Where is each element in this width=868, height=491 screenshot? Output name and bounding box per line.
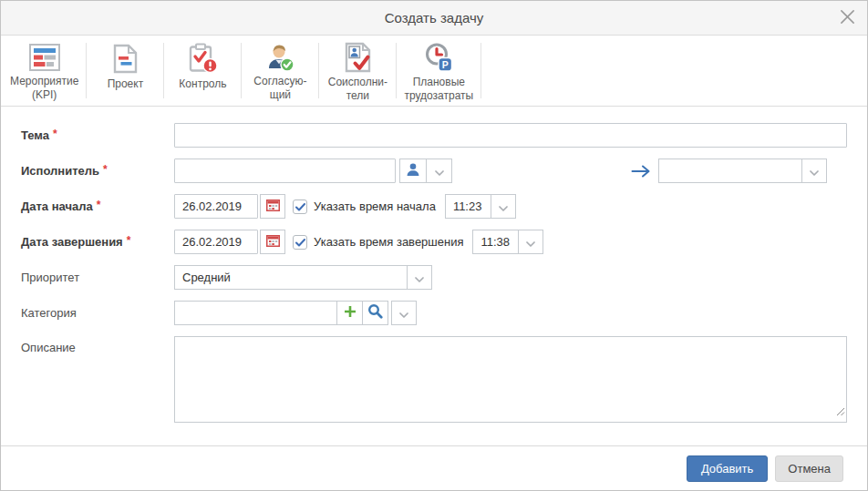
end-time-checkbox-label: Указать время завершения: [314, 235, 463, 249]
chevron-down-icon: [526, 234, 535, 251]
delegate-dropdown-button[interactable]: [801, 159, 826, 182]
category-add-button[interactable]: [336, 302, 362, 324]
start-time-checkbox[interactable]: [293, 199, 307, 214]
toolbar-label: Согласую- щий: [253, 75, 306, 102]
start-time-input[interactable]: 11:23: [446, 195, 491, 218]
category-group: [174, 301, 388, 325]
toolbar-label: Соисполни- тели: [328, 76, 388, 103]
dialog-titlebar: Создать задачу: [1, 1, 867, 36]
task-form: Тема* Исполнитель*: [1, 107, 867, 445]
dialog-toolbar: Мероприятие (KPI) Проект: [1, 36, 867, 107]
theme-label: Тема*: [21, 128, 174, 142]
priority-label: Приоритет: [21, 271, 174, 284]
clock-badge-letter: P: [442, 59, 449, 70]
cancel-button[interactable]: Отмена: [775, 455, 843, 482]
required-marker: *: [103, 163, 108, 176]
assignee-dropdown-button[interactable]: [426, 159, 451, 182]
category-label: Категория: [21, 306, 174, 320]
required-marker: *: [127, 234, 131, 247]
planned-effort-clock-icon: P: [423, 42, 454, 73]
toolbar-item-control[interactable]: Контроль: [164, 36, 241, 106]
assignee-label: Исполнитель*: [21, 164, 174, 178]
toolbar-item-project[interactable]: Проект: [87, 36, 163, 106]
toolbar-item-coexecutors[interactable]: Соисполни- тели: [319, 36, 396, 106]
description-row: Описание: [21, 336, 847, 423]
chevron-down-icon: [399, 305, 408, 322]
end-date-input[interactable]: [174, 230, 258, 254]
calendar-icon: [266, 234, 280, 251]
end-date-row: Дата завершения*: [21, 230, 847, 254]
chevron-down-icon: [810, 163, 819, 179]
start-date-calendar-button[interactable]: [260, 194, 285, 219]
toolbar-separator: [480, 43, 481, 98]
theme-input[interactable]: [174, 123, 847, 148]
assignee-buttons: [399, 159, 452, 183]
end-time-dropdown-button[interactable]: [518, 230, 542, 253]
close-button[interactable]: [838, 9, 856, 27]
end-time-input[interactable]: 11:38: [473, 230, 518, 253]
priority-row: Приоритет Средний: [21, 265, 847, 290]
checkmark-icon: [295, 234, 305, 251]
dialog-footer: Добавить Отмена: [1, 445, 867, 490]
toolbar-label: Плановые трудозатраты: [404, 76, 473, 103]
search-icon: [367, 303, 383, 322]
select-person-button[interactable]: [400, 159, 426, 182]
toolbar-label: Мероприятие (KPI): [10, 75, 78, 102]
description-textarea[interactable]: [174, 336, 847, 423]
delegate-input[interactable]: [659, 159, 801, 182]
start-date-input[interactable]: [174, 194, 258, 219]
delegate-arrow-icon: [631, 165, 651, 178]
coexecutors-document-icon: [344, 42, 372, 73]
approver-person-icon: [264, 42, 295, 72]
category-search-button[interactable]: [362, 302, 388, 324]
start-time-dropdown-button[interactable]: [491, 195, 515, 218]
description-label: Описание: [21, 336, 174, 354]
add-button[interactable]: Добавить: [687, 455, 768, 482]
project-document-icon: [113, 42, 138, 75]
start-time-combo: 11:23: [445, 194, 516, 219]
chevron-down-icon: [435, 163, 444, 179]
category-input[interactable]: [175, 302, 336, 324]
start-time-checkbox-label: Указать время начала: [314, 199, 436, 213]
dialog-title: Создать задачу: [385, 10, 483, 26]
toolbar-item-planned-effort[interactable]: P Плановые трудозатраты: [397, 36, 480, 106]
start-date-label: Дата начала*: [21, 199, 174, 213]
delegate-combo: [658, 159, 827, 183]
plus-icon: [344, 305, 356, 322]
kpi-gantt-icon: [29, 42, 60, 72]
priority-value: Средний: [175, 266, 407, 289]
end-date-calendar-button[interactable]: [260, 230, 285, 254]
category-row: Категория: [21, 301, 847, 325]
chevron-down-icon: [415, 270, 424, 286]
start-date-row: Дата начала* Указ: [21, 194, 847, 219]
end-date-label: Дата завершения*: [21, 235, 174, 249]
person-icon: [406, 162, 420, 180]
assignee-row: Исполнитель*: [21, 159, 847, 183]
assignee-input[interactable]: [174, 159, 396, 183]
chevron-down-icon: [499, 199, 508, 215]
close-icon: [840, 9, 855, 28]
required-marker: *: [97, 199, 101, 211]
control-clipboard-icon: [188, 42, 218, 75]
end-time-combo: 11:38: [472, 230, 543, 254]
priority-dropdown-button[interactable]: [407, 266, 431, 289]
end-time-checkbox[interactable]: [293, 235, 307, 250]
toolbar-label: Проект: [108, 77, 144, 91]
category-dropdown-button[interactable]: [391, 301, 417, 325]
toolbar-label: Контроль: [179, 77, 226, 91]
create-task-dialog: Создать задачу Мероприятие (KPI): [0, 0, 868, 491]
toolbar-item-kpi-event[interactable]: Мероприятие (KPI): [3, 36, 86, 106]
priority-combo[interactable]: Средний: [174, 265, 432, 290]
toolbar-item-approver[interactable]: Согласую- щий: [242, 36, 318, 106]
checkmark-icon: [295, 199, 305, 215]
required-marker: *: [53, 128, 57, 140]
theme-row: Тема*: [21, 123, 847, 148]
calendar-icon: [266, 199, 280, 215]
